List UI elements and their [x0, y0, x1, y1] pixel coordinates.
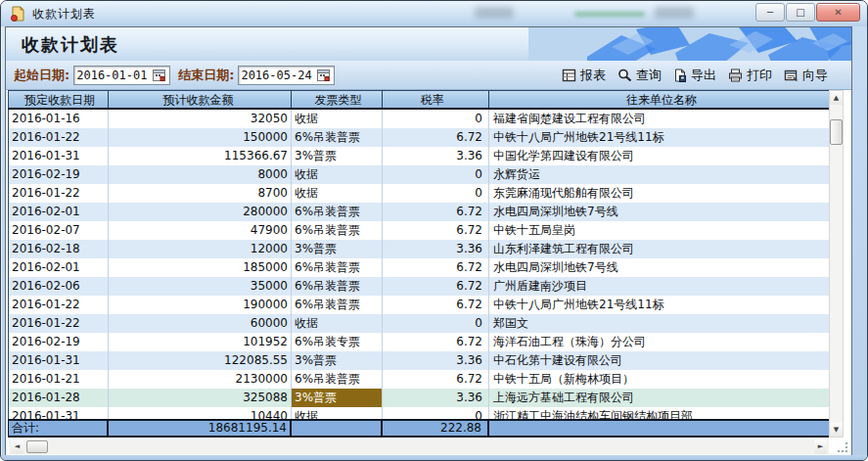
calendar-icon[interactable]	[151, 68, 167, 82]
table-row[interactable]: 2016-01-31115366.673%普票3.36中国化学第四建设有限公司	[9, 147, 835, 165]
cell-company[interactable]: 郑国文	[489, 314, 835, 333]
cell-amount[interactable]: 12000	[109, 240, 292, 258]
cell-amount[interactable]: 190000	[109, 296, 292, 314]
cell-company[interactable]: 东莞麻涌现代船舶有限公司	[489, 184, 835, 203]
cell-amount[interactable]: 10440	[109, 407, 292, 419]
cell-amount[interactable]: 101952	[109, 333, 292, 351]
table-row[interactable]: 2016-01-1632050收据0福建省闽楚建设工程有限公司	[9, 110, 835, 128]
cell-tax-rate[interactable]: 3.36	[383, 240, 489, 258]
cell-amount[interactable]: 185000	[109, 258, 292, 277]
cell-tax-rate[interactable]: 6.72	[383, 258, 489, 277]
cell-invoice-type[interactable]: 6%吊装普票	[292, 221, 383, 240]
cell-tax-rate[interactable]: 0	[383, 165, 489, 184]
cell-amount[interactable]: 60000	[109, 314, 292, 333]
column-header-amount[interactable]: 预计收款金额	[109, 91, 292, 108]
table-row[interactable]: 2016-01-3110440收据0浙江精工中海油结构车间钢结构项目部	[9, 407, 835, 419]
cell-date[interactable]: 2016-01-22	[9, 128, 109, 147]
cell-tax-rate[interactable]: 6.72	[383, 296, 489, 314]
cell-invoice-type[interactable]: 3%普票	[292, 240, 383, 258]
cell-company[interactable]: 中铁十八局广州地铁21号线11标	[489, 128, 835, 147]
cell-company[interactable]: 中铁十八局广州地铁21号线11标	[489, 296, 835, 314]
table-row[interactable]: 2016-01-31122085.553%普票3.36中石化第十建设有限公司	[9, 351, 835, 370]
cell-tax-rate[interactable]: 0	[383, 407, 489, 419]
cell-date[interactable]: 2016-01-16	[9, 110, 109, 128]
table-row[interactable]: 2016-01-2121300006%吊装普票6.72中铁十五局（新梅林项目）	[9, 370, 835, 389]
cell-invoice-type[interactable]: 收据	[292, 407, 383, 419]
cell-amount[interactable]: 47900	[109, 221, 292, 240]
table-row[interactable]: 2016-02-198000收据0永辉货运	[9, 165, 835, 184]
export-button[interactable]: 导出	[673, 67, 716, 84]
resize-grip[interactable]	[836, 440, 849, 453]
cell-company[interactable]: 上海远方基础工程有限公司	[489, 389, 835, 407]
cell-date[interactable]: 2016-01-22	[9, 184, 109, 203]
cell-date[interactable]: 2016-02-01	[9, 203, 109, 221]
report-button[interactable]: 报表	[562, 67, 606, 84]
cell-tax-rate[interactable]: 3.36	[383, 351, 489, 370]
cell-tax-rate[interactable]: 0	[383, 184, 489, 203]
table-row[interactable]: 2016-02-06350006%吊装普票6.72广州盾建南沙项目	[9, 277, 835, 296]
table-row[interactable]: 2016-01-228700收据0东莞麻涌现代船舶有限公司	[9, 184, 835, 203]
query-button[interactable]: 查询	[617, 67, 662, 84]
cell-tax-rate[interactable]: 6.72	[383, 370, 489, 389]
table-row[interactable]: 2016-01-221500006%吊装普票6.72中铁十八局广州地铁21号线1…	[9, 128, 835, 147]
cell-amount[interactable]: 8000	[109, 165, 292, 184]
cell-invoice-type[interactable]: 收据	[292, 314, 383, 333]
horizontal-scrollbar[interactable]: ◄ ►	[9, 439, 829, 454]
cell-company[interactable]: 福建省闽楚建设工程有限公司	[489, 110, 835, 128]
cell-amount[interactable]: 8700	[109, 184, 292, 203]
cell-invoice-type[interactable]: 6%吊装普票	[292, 277, 383, 296]
cell-date[interactable]: 2016-01-31	[9, 147, 109, 165]
cell-company[interactable]: 中国化学第四建设有限公司	[489, 147, 835, 165]
cell-amount[interactable]: 150000	[109, 128, 292, 147]
scroll-right-icon[interactable]: ►	[814, 439, 827, 454]
cell-tax-rate[interactable]: 6.72	[383, 277, 489, 296]
vertical-scroll-thumb[interactable]	[830, 119, 843, 145]
table-row[interactable]: 2016-02-191019526%吊装专票6.72海洋石油工程（珠海）分公司	[9, 333, 835, 351]
cell-company[interactable]: 中铁十五局（新梅林项目）	[489, 370, 835, 389]
column-header-tax-rate[interactable]: 税率	[383, 91, 489, 108]
cell-invoice-type[interactable]: 3%普票	[292, 389, 383, 407]
column-header-invoice-type[interactable]: 发票类型	[292, 91, 383, 108]
cell-amount[interactable]: 2130000	[109, 370, 292, 389]
cell-amount[interactable]: 325088	[109, 389, 292, 407]
table-row[interactable]: 2016-01-2260000收据0郑国文	[9, 314, 835, 333]
table-row[interactable]: 2016-02-18120003%普票3.36山东利泽建筑工程有限公司	[9, 240, 835, 258]
table-row[interactable]: 2016-01-221900006%吊装普票6.72中铁十八局广州地铁21号线1…	[9, 296, 835, 314]
cell-tax-rate[interactable]: 6.72	[383, 203, 489, 221]
cell-tax-rate[interactable]: 6.72	[383, 333, 489, 351]
cell-invoice-type[interactable]: 6%吊装普票	[292, 128, 383, 147]
cell-date[interactable]: 2016-01-22	[9, 314, 109, 333]
cell-date[interactable]: 2016-01-28	[9, 389, 109, 407]
start-date-input[interactable]	[76, 69, 151, 82]
table-row[interactable]: 2016-02-011850006%吊装普票6.72水电四局深圳地铁7号线	[9, 258, 835, 277]
cell-invoice-type[interactable]: 6%吊装专票	[292, 333, 383, 351]
cell-company[interactable]: 山东利泽建筑工程有限公司	[489, 240, 835, 258]
scroll-up-icon[interactable]: ▲	[830, 91, 843, 105]
cell-date[interactable]: 2016-01-31	[9, 407, 109, 419]
cell-invoice-type[interactable]: 3%普票	[292, 351, 383, 370]
cell-date[interactable]: 2016-02-19	[9, 165, 109, 184]
cell-tax-rate[interactable]: 3.36	[383, 147, 489, 165]
cell-amount[interactable]: 280000	[109, 203, 292, 221]
cell-amount[interactable]: 115366.67	[109, 147, 292, 165]
maximize-button[interactable]: □	[786, 3, 815, 22]
cell-company[interactable]: 中石化第十建设有限公司	[489, 351, 835, 370]
cell-date[interactable]: 2016-01-31	[9, 351, 109, 370]
cell-company[interactable]: 水电四局深圳地铁7号线	[489, 258, 835, 277]
cell-amount[interactable]: 32050	[109, 110, 292, 128]
cell-date[interactable]: 2016-02-18	[9, 240, 109, 258]
cell-invoice-type[interactable]: 6%吊装普票	[292, 370, 383, 389]
cell-invoice-type[interactable]: 收据	[292, 110, 383, 128]
cell-invoice-type[interactable]: 6%吊装普票	[292, 258, 383, 277]
close-button[interactable]: ✕	[816, 3, 860, 22]
cell-invoice-type[interactable]: 6%吊装普票	[292, 296, 383, 314]
cell-amount[interactable]: 122085.55	[109, 351, 292, 370]
end-date-input[interactable]	[241, 69, 315, 82]
horizontal-scroll-thumb[interactable]	[26, 440, 48, 453]
table-row[interactable]: 2016-01-283250883%普票3.36上海远方基础工程有限公司	[9, 389, 835, 407]
column-header-date[interactable]: 预定收款日期	[9, 91, 109, 108]
cell-invoice-type[interactable]: 6%吊装普票	[292, 203, 383, 221]
column-header-company[interactable]: 往来单位名称	[489, 91, 834, 108]
scroll-down-icon[interactable]: ▼	[830, 423, 843, 437]
cell-company[interactable]: 海洋石油工程（珠海）分公司	[489, 333, 835, 351]
